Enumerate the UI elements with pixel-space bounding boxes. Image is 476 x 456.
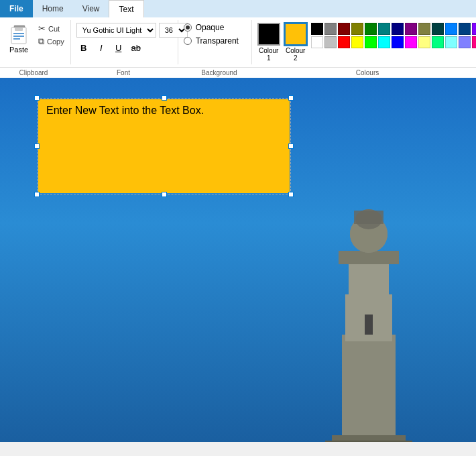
transparent-label: Transparent — [196, 36, 239, 46]
swatch[interactable] — [392, 23, 404, 35]
svg-rect-15 — [365, 315, 373, 335]
colour-swatches — [311, 23, 476, 48]
swatch[interactable] — [351, 36, 363, 48]
colours-group: Colour1 Colour2 — [252, 20, 476, 64]
opaque-radio[interactable] — [184, 23, 192, 32]
font-group: Yu Gothic UI Light 36 B I U ab — [71, 20, 178, 64]
tab-home[interactable]: Home — [33, 0, 73, 17]
colour1-selector[interactable]: Colour1 — [257, 23, 280, 62]
transparent-option[interactable]: Transparent — [184, 36, 246, 46]
swatch[interactable] — [472, 23, 476, 35]
swatch[interactable] — [392, 36, 404, 48]
swatch[interactable] — [418, 23, 430, 35]
svg-rect-9 — [349, 261, 389, 301]
opaque-option[interactable]: Opaque — [184, 23, 246, 32]
swatch[interactable] — [405, 23, 417, 35]
paste-label: Paste — [9, 46, 28, 54]
paste-icon — [8, 24, 29, 46]
cut-button[interactable]: ✂ Cut — [36, 23, 66, 34]
clipboard-group: Paste ✂ Cut ⧉ Copy — [0, 20, 71, 64]
handle-bottom-right[interactable] — [288, 192, 294, 197]
text-box-container: Enter New Text into the Text Box. — [37, 98, 476, 194]
ribbon: Paste ✂ Cut ⧉ Copy Yu Gothic UI Light — [0, 17, 476, 78]
colour2-box[interactable] — [284, 23, 307, 46]
tab-text[interactable]: Text — [109, 0, 143, 17]
text-box-selection-wrapper: Enter New Text into the Text Box. — [37, 98, 291, 194]
cut-icon: ✂ — [38, 23, 46, 34]
canvas-area: Enter New Text into the Text Box. — [0, 78, 476, 442]
clipboard-group-label: Clipboard — [0, 68, 67, 78]
swatch[interactable] — [459, 36, 471, 48]
font-row1: Yu Gothic UI Light 36 — [76, 23, 172, 38]
handle-mid-left[interactable] — [34, 144, 40, 149]
swatch-row-2 — [311, 36, 476, 48]
handle-bottom-mid[interactable] — [162, 192, 167, 197]
swatch[interactable] — [445, 23, 457, 35]
svg-rect-17 — [325, 441, 412, 442]
copy-label: Copy — [47, 38, 64, 46]
colours-group-label: Colours — [259, 68, 476, 78]
paste-button[interactable]: Paste — [4, 23, 34, 55]
background-group-label: Background — [180, 68, 259, 78]
colour2-selector[interactable]: Colour2 — [284, 23, 307, 62]
transparent-radio[interactable] — [184, 37, 192, 45]
svg-rect-5 — [13, 38, 20, 40]
svg-rect-14 — [354, 211, 383, 224]
handle-top-left[interactable] — [34, 95, 40, 101]
cut-label: Cut — [48, 25, 60, 33]
colour1-label: Colour1 — [259, 47, 278, 62]
swatch[interactable] — [378, 36, 390, 48]
underline-button[interactable]: U — [111, 40, 126, 55]
handle-mid-right[interactable] — [288, 144, 294, 149]
swatch[interactable] — [405, 36, 417, 48]
swatch[interactable] — [338, 23, 350, 35]
small-clipboard-buttons: ✂ Cut ⧉ Copy — [36, 23, 66, 48]
tab-view[interactable]: View — [73, 0, 109, 17]
swatch[interactable] — [445, 36, 457, 48]
copy-button[interactable]: ⧉ Copy — [36, 36, 66, 48]
font-row2: B I U ab — [76, 40, 172, 55]
opaque-label: Opaque — [196, 23, 225, 32]
swatch[interactable] — [459, 23, 471, 35]
swatch[interactable] — [418, 36, 430, 48]
swatch-row-1 — [311, 23, 476, 35]
swatch[interactable] — [324, 36, 337, 48]
ribbon-content: Paste ✂ Cut ⧉ Copy Yu Gothic UI Light — [0, 17, 476, 67]
text-box-dashed-border: Enter New Text into the Text Box. — [37, 98, 291, 194]
text-box[interactable]: Enter New Text into the Text Box. — [38, 99, 290, 193]
strikethrough-button[interactable]: ab — [129, 40, 143, 55]
swatch[interactable] — [378, 23, 390, 35]
font-group-label: Font — [67, 68, 180, 78]
handle-top-mid[interactable] — [162, 95, 167, 101]
svg-rect-7 — [342, 335, 396, 442]
swatch[interactable] — [472, 36, 476, 48]
italic-button[interactable]: I — [94, 40, 109, 55]
copy-icon: ⧉ — [38, 36, 44, 47]
swatch[interactable] — [432, 23, 444, 35]
colour1-box[interactable] — [257, 23, 280, 46]
background-group: Opaque Transparent — [178, 20, 252, 64]
swatch[interactable] — [311, 23, 323, 35]
handle-top-right[interactable] — [288, 95, 294, 101]
swatch[interactable] — [338, 36, 350, 48]
ribbon-labels: Clipboard Font Background Colours — [0, 67, 476, 78]
font-family-select[interactable]: Yu Gothic UI Light — [76, 23, 156, 38]
swatch[interactable] — [351, 23, 363, 35]
handle-bottom-left[interactable] — [34, 192, 40, 197]
swatch[interactable] — [324, 23, 337, 35]
svg-rect-3 — [13, 33, 24, 34]
colour2-label: Colour2 — [286, 47, 305, 62]
ribbon-tabs: File Home View Text — [0, 0, 476, 17]
swatch[interactable] — [365, 23, 377, 35]
bold-button[interactable]: B — [76, 40, 91, 55]
swatch[interactable] — [311, 36, 323, 48]
svg-rect-2 — [15, 27, 23, 31]
text-box-content: Enter New Text into the Text Box. — [46, 105, 204, 116]
svg-rect-4 — [13, 36, 24, 37]
swatch[interactable] — [365, 36, 377, 48]
tab-file[interactable]: File — [0, 0, 33, 17]
swatch[interactable] — [432, 36, 444, 48]
